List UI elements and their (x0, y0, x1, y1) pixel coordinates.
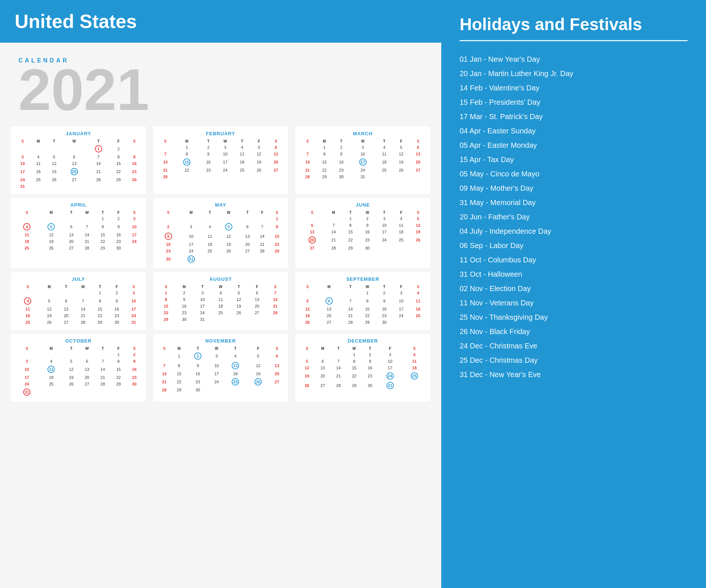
calendar-day: 30 (186, 387, 209, 393)
calendar-day (15, 215, 39, 222)
calendar-day: 6 (299, 222, 325, 229)
calendar-day: 6 (270, 351, 284, 361)
calendar-day (15, 290, 41, 296)
calendar-day: 17 (193, 303, 212, 309)
calendar-day: 23 (175, 309, 193, 316)
calendar-day: 10 (378, 358, 402, 365)
calendar-day: 27 (270, 377, 284, 387)
calendar-day: 12 (299, 306, 316, 312)
calendar-day: 29 (342, 245, 359, 251)
calendar-day (240, 254, 255, 264)
calendar-day: 9 (175, 296, 193, 303)
calendar-day: 25 (211, 309, 230, 316)
calendar-day (41, 290, 58, 296)
calendar-day: 26 (46, 176, 62, 183)
calendar-day (393, 319, 410, 326)
calendar-day: 22 (174, 167, 200, 173)
calendar-day (299, 215, 325, 222)
calendar-day: 23 (157, 248, 180, 254)
calendar-day (270, 387, 284, 393)
calendar-day: 7 (95, 358, 111, 365)
calendar-day: 1 (316, 144, 333, 151)
month-table: SMTWTFS123456789101112131415161718192021… (157, 210, 285, 264)
calendar-day: 8 (95, 222, 111, 232)
calendar-day: 6 (63, 222, 79, 232)
calendar-day: 7 (325, 222, 342, 229)
calendar-day (203, 215, 217, 222)
month-block: AUGUSTSMTWTFS123456789101112131415161718… (153, 272, 288, 330)
calendar-day: 15 (111, 160, 126, 167)
calendar-day: 25 (39, 381, 63, 387)
calendar-day (111, 387, 126, 397)
calendar-day: 29 (316, 173, 333, 180)
calendar-day: 19 (46, 167, 62, 176)
calendar-day (331, 351, 346, 358)
calendar-day: 24 (378, 371, 402, 381)
calendar-day: 14 (157, 370, 172, 377)
calendar-day: 16 (186, 370, 209, 377)
calendar-day: 25 (203, 248, 217, 254)
calendar-day: 3 (378, 351, 402, 358)
calendar-day: 22 (316, 167, 333, 173)
calendar-day (299, 290, 316, 296)
calendar-day: 24 (126, 238, 142, 245)
calendar-day: 20 (299, 235, 325, 245)
calendar-day: 21 (342, 312, 359, 319)
calendar-day (174, 173, 200, 180)
calendar-day: 29 (92, 319, 108, 326)
calendar-day (95, 387, 111, 397)
calendar-day: 17 (376, 229, 393, 235)
calendar-day: 10 (15, 160, 31, 167)
calendar-day: 3 (180, 222, 203, 232)
calendar-day: 2 (376, 290, 393, 296)
calendar-day (39, 387, 63, 397)
calendar-day: 4 (402, 351, 427, 358)
holiday-item: 04 July - Independence Day (460, 224, 688, 239)
calendar-day: 11 (402, 358, 427, 365)
calendar-day: 2 (126, 351, 142, 358)
calendar-day: 11 (31, 160, 46, 167)
calendar-day: 21 (255, 241, 270, 248)
calendar-day (58, 290, 75, 296)
calendar-day: 20 (267, 157, 284, 167)
calendar-day: 18 (211, 303, 230, 309)
calendar-day (126, 144, 142, 154)
calendar-day: 2 (175, 290, 193, 296)
calendar-day: 11 (376, 151, 393, 157)
month-table: SMTWTFS123456789101112131415161718192021… (15, 139, 142, 190)
calendar-day: 28 (299, 173, 316, 180)
calendar-day: 14 (266, 296, 285, 303)
calendar-day: 21 (86, 167, 111, 176)
calendar-day: 1 (174, 144, 200, 151)
calendar-day: 22 (95, 238, 111, 245)
calendar-day: 6 (267, 144, 284, 151)
calendar-day: 27 (62, 176, 86, 183)
calendar-day: 3 (193, 290, 212, 296)
calendar-day: 15 (359, 306, 376, 312)
calendar-day: 22 (346, 371, 362, 381)
calendar-day: 21 (157, 167, 174, 173)
calendar-day: 25 (233, 167, 250, 173)
calendar-day: 13 (62, 160, 86, 167)
calendar-day (240, 215, 255, 222)
holiday-item: 06 Sep - Labor Day (460, 239, 688, 253)
calendar-day: 20 (410, 157, 427, 167)
calendar-day (393, 173, 410, 180)
calendar-day: 13 (410, 151, 427, 157)
calendar-day: 23 (186, 377, 209, 387)
calendar-day: 13 (248, 296, 266, 303)
month-block: MAYSMTWTFS123456789101112131415161718192… (153, 198, 288, 268)
calendar-day (376, 245, 393, 251)
calendar-day: 1 (270, 215, 284, 222)
calendar-day: 19 (41, 312, 58, 319)
month-name: JANUARY (15, 131, 142, 136)
calendar-day: 27 (299, 245, 325, 251)
calendar-day: 18 (233, 157, 250, 167)
calendar-day: 7 (75, 296, 92, 306)
calendar-day: 8 (157, 296, 175, 303)
calendar-day: 7 (266, 290, 285, 296)
calendar-day: 18 (376, 157, 393, 167)
calendar-day: 16 (333, 157, 350, 167)
calendar-day (217, 173, 234, 180)
calendar-day: 20 (240, 241, 255, 248)
